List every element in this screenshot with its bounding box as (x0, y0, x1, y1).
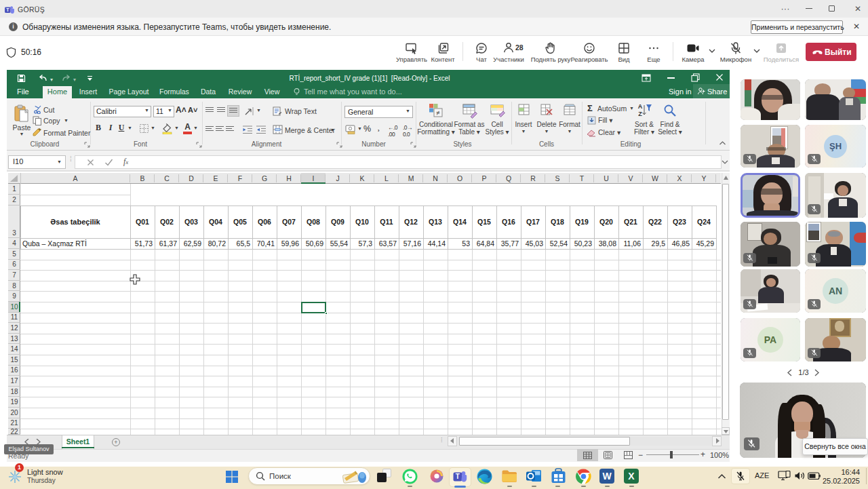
svg-text:Z: Z (638, 111, 642, 117)
svg-text:≠: ≠ (436, 109, 440, 117)
svg-text:A: A (638, 103, 643, 110)
svg-text:T: T (6, 7, 9, 12)
svg-text:T: T (456, 473, 460, 480)
